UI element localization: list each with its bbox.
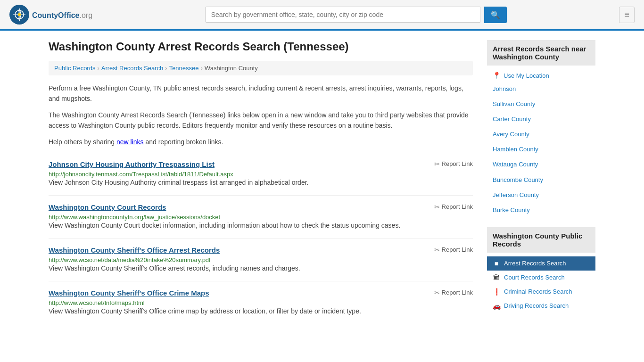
sidebar-nearby-section: Arrest Records Search near Washington Co… xyxy=(487,40,595,218)
new-links-link[interactable]: new links xyxy=(116,138,144,146)
result-url-2[interactable]: http://www.washingtoncountytn.org/law_ju… xyxy=(49,214,220,221)
nearby-link-6[interactable]: Buncombe County xyxy=(487,173,595,188)
report-link-2[interactable]: ✂ Report Link xyxy=(434,203,473,211)
result-header-3: Washington County Sheriff's Office Arres… xyxy=(49,246,473,254)
report-link-3[interactable]: ✂ Report Link xyxy=(434,246,473,254)
menu-button[interactable]: ≡ xyxy=(619,7,635,23)
search-icon: 🔍 xyxy=(491,11,500,19)
pub-rec-item-0[interactable]: ■ Arrest Records Search xyxy=(487,256,595,271)
nearby-link-0[interactable]: Johnson xyxy=(487,82,595,97)
page-container: Washington County Arrest Records Search … xyxy=(39,31,605,333)
results-list: Johnson City Housing Authority Trespassi… xyxy=(49,153,473,324)
result-header-2: Washington County Court Records ✂ Report… xyxy=(49,203,473,211)
search-input[interactable] xyxy=(205,7,480,23)
pub-rec-icon-0: ■ xyxy=(493,260,500,267)
description-3: Help others by sharing new links and rep… xyxy=(49,137,473,147)
breadcrumb-sep-2: › xyxy=(165,65,167,72)
use-my-location-link[interactable]: 📍 Use My Location xyxy=(487,69,595,82)
result-url-1[interactable]: http://johnsoncity.tenmast.com/TrespassL… xyxy=(49,171,233,178)
search-area: 🔍 xyxy=(205,7,507,23)
breadcrumb: Public Records › Arrest Records Search ›… xyxy=(49,61,473,75)
result-title-4[interactable]: Washington County Sheriff's Office Crime… xyxy=(49,289,209,297)
pub-rec-link-2[interactable]: Criminal Records Search xyxy=(504,288,572,295)
pub-rec-link-1[interactable]: Court Records Search xyxy=(504,274,565,281)
description-1: Perform a free Washington County, TN pub… xyxy=(49,83,473,104)
nearby-link-8[interactable]: Burke County xyxy=(487,203,595,218)
report-icon-2: ✂ xyxy=(434,203,440,211)
pub-rec-icon-2: ❗ xyxy=(493,288,500,296)
result-title-2[interactable]: Washington County Court Records xyxy=(49,203,166,211)
pub-rec-item-2[interactable]: ❗ Criminal Records Search xyxy=(487,285,595,299)
nearby-link-1[interactable]: Sullivan County xyxy=(487,97,595,112)
report-icon-3: ✂ xyxy=(434,246,440,254)
pub-rec-icon-3: 🚗 xyxy=(493,302,500,310)
nearby-link-4[interactable]: Hamblen County xyxy=(487,142,595,157)
breadcrumb-sep-3: › xyxy=(201,65,203,72)
result-desc-2: View Washington County Court docket info… xyxy=(49,221,473,230)
pub-rec-item-3[interactable]: 🚗 Driving Records Search xyxy=(487,299,595,313)
report-icon-4: ✂ xyxy=(434,289,440,296)
nearby-link-7[interactable]: Jefferson County xyxy=(487,188,595,203)
result-desc-3: View Washington County Sheriff's Office … xyxy=(49,263,473,273)
result-url-4[interactable]: http://www.wcso.net/Info/maps.html xyxy=(49,299,145,306)
sidebar-public-records-header: Washington County Public Records xyxy=(487,227,595,253)
breadcrumb-tennessee[interactable]: Tennessee xyxy=(169,65,199,72)
logo-text: CountyOffice.org xyxy=(32,9,92,20)
menu-icon: ≡ xyxy=(624,10,629,19)
site-header: CountyOffice.org 🔍 ≡ xyxy=(0,0,644,31)
nearby-link-5[interactable]: Watauga County xyxy=(487,157,595,172)
result-title-3[interactable]: Washington County Sheriff's Office Arres… xyxy=(49,246,220,254)
breadcrumb-sep-1: › xyxy=(97,65,99,72)
result-item-3: Washington County Sheriff's Office Arres… xyxy=(49,239,473,281)
logo-icon xyxy=(9,5,29,25)
breadcrumb-washington-county: Washington County xyxy=(205,65,258,72)
result-desc-1: View Johnson City Housing Authority crim… xyxy=(49,178,473,188)
result-item-4: Washington County Sheriff's Office Crime… xyxy=(49,281,473,324)
page-title: Washington County Arrest Records Search … xyxy=(49,40,473,53)
search-button[interactable]: 🔍 xyxy=(484,7,507,23)
result-item: Johnson City Housing Authority Trespassi… xyxy=(49,153,473,196)
breadcrumb-arrest-records[interactable]: Arrest Records Search xyxy=(101,65,164,72)
nearby-link-2[interactable]: Carter County xyxy=(487,112,595,127)
breadcrumb-public-records[interactable]: Public Records xyxy=(54,65,95,72)
pub-rec-item-1[interactable]: 🏛 Court Records Search xyxy=(487,271,595,285)
nearby-link-3[interactable]: Avery County xyxy=(487,127,595,142)
report-link-1[interactable]: ✂ Report Link xyxy=(434,160,473,168)
report-link-4[interactable]: ✂ Report Link xyxy=(434,289,473,296)
location-icon: 📍 xyxy=(493,72,501,79)
result-desc-4: View Washington County Sheriff's Office … xyxy=(49,306,473,316)
sidebar: Arrest Records Search near Washington Co… xyxy=(487,40,595,324)
report-icon-1: ✂ xyxy=(434,160,440,168)
pub-rec-icon-1: 🏛 xyxy=(493,274,500,281)
result-header-1: Johnson City Housing Authority Trespassi… xyxy=(49,160,473,168)
result-title-1[interactable]: Johnson City Housing Authority Trespassi… xyxy=(49,160,215,168)
svg-point-4 xyxy=(18,13,21,16)
description-2: The Washington County Arrest Records Sea… xyxy=(49,110,473,131)
logo-area: CountyOffice.org xyxy=(9,5,92,25)
main-content: Washington County Arrest Records Search … xyxy=(49,40,473,324)
sidebar-nearby-header: Arrest Records Search near Washington Co… xyxy=(487,40,595,66)
sidebar-public-records-section: Washington County Public Records ■ Arres… xyxy=(487,227,595,313)
pub-rec-link-3[interactable]: Driving Records Search xyxy=(504,302,569,309)
result-item-2: Washington County Court Records ✂ Report… xyxy=(49,196,473,239)
result-url-3[interactable]: http://www.wcso.net/data/media%20intake%… xyxy=(49,256,211,263)
result-header-4: Washington County Sheriff's Office Crime… xyxy=(49,289,473,297)
